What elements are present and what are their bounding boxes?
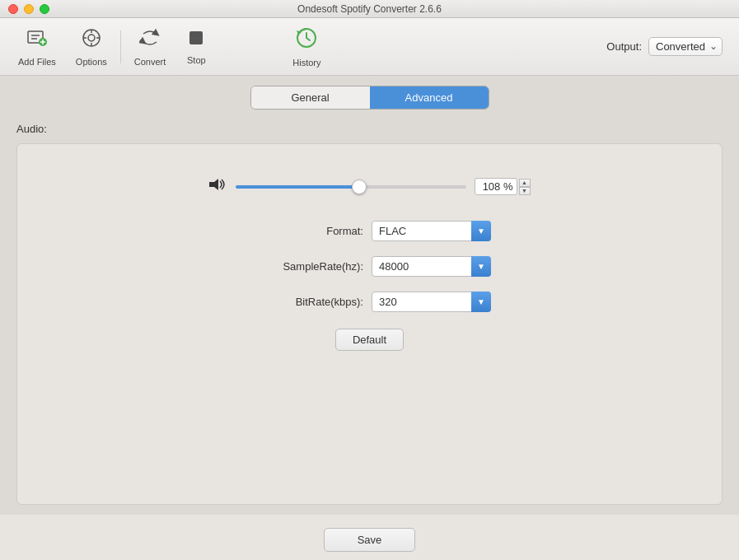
add-files-button[interactable]: Add Files [8, 24, 66, 70]
format-select[interactable]: FLAC MP3 AAC WAV [372, 221, 491, 241]
close-button[interactable] [8, 4, 18, 14]
samplerate-label: SampleRate(hz): [248, 260, 363, 273]
tab-advanced[interactable]: Advanced [370, 86, 489, 109]
bitrate-row: BitRate(kbps): 320 256 192 128 ▼ [34, 292, 705, 312]
toolbar-separator-1 [120, 30, 121, 63]
format-select-wrapper: FLAC MP3 AAC WAV ▼ [372, 221, 491, 241]
bitrate-select-wrapper: 320 256 192 128 ▼ [372, 292, 491, 312]
convert-button[interactable]: Convert [124, 24, 176, 70]
options-button[interactable]: Options [66, 24, 117, 70]
stop-label: Stop [187, 55, 206, 65]
volume-input[interactable] [475, 178, 517, 195]
convert-icon [139, 27, 161, 54]
bitrate-label: BitRate(kbps): [248, 296, 363, 308]
options-label: Options [76, 57, 107, 67]
output-area: Output: Converted [606, 37, 723, 56]
volume-up-button[interactable]: ▲ [519, 179, 531, 187]
format-label: Format: [248, 225, 363, 237]
svg-rect-12 [189, 31, 203, 44]
tab-general[interactable]: General [251, 86, 370, 109]
audio-section-label: Audio: [16, 123, 723, 135]
default-btn-row: Default [34, 329, 705, 351]
volume-value-group: ▲ ▼ [475, 178, 531, 195]
output-select-wrapper: Converted [648, 37, 723, 56]
volume-icon [209, 177, 227, 196]
traffic-lights[interactable] [8, 4, 49, 14]
history-button[interactable]: History [283, 23, 330, 71]
tabs-container: General Advanced [16, 86, 723, 110]
history-icon [295, 26, 318, 54]
volume-slider[interactable] [236, 185, 466, 189]
volume-row: ▲ ▼ [34, 177, 705, 196]
window-title: Ondesoft Spotify Converter 2.6.6 [297, 3, 442, 15]
volume-stepper: ▲ ▼ [519, 179, 531, 195]
format-row: Format: FLAC MP3 AAC WAV ▼ [34, 221, 705, 241]
svg-marker-15 [209, 179, 218, 190]
save-button[interactable]: Save [324, 528, 416, 552]
output-label: Output: [606, 40, 642, 53]
add-files-icon [26, 27, 48, 54]
svg-point-7 [88, 35, 95, 41]
history-label: History [292, 58, 320, 68]
maximize-button[interactable] [40, 4, 49, 14]
content-card: ▲ ▼ Format: FLAC MP3 AAC WAV ▼ SampleRat… [16, 143, 723, 505]
title-bar: Ondesoft Spotify Converter 2.6.6 [0, 0, 739, 18]
main-content: General Advanced Audio: ▲ ▼ [0, 76, 739, 515]
volume-down-button[interactable]: ▼ [519, 187, 531, 195]
samplerate-select[interactable]: 48000 44100 22050 [372, 256, 491, 277]
samplerate-row: SampleRate(hz): 48000 44100 22050 ▼ [34, 256, 705, 277]
options-icon [81, 27, 102, 54]
toolbar: Add Files Options [0, 18, 739, 76]
bitrate-select[interactable]: 320 256 192 128 [372, 292, 491, 312]
add-files-label: Add Files [18, 57, 56, 67]
minimize-button[interactable] [24, 4, 34, 14]
default-button[interactable]: Default [335, 329, 404, 351]
tab-group: General Advanced [250, 86, 489, 110]
samplerate-select-wrapper: 48000 44100 22050 ▼ [372, 256, 491, 277]
convert-label: Convert [134, 57, 166, 67]
stop-icon [187, 29, 205, 52]
save-area: Save [0, 515, 739, 560]
output-select[interactable]: Converted [648, 37, 723, 56]
stop-button[interactable]: Stop [175, 26, 217, 68]
